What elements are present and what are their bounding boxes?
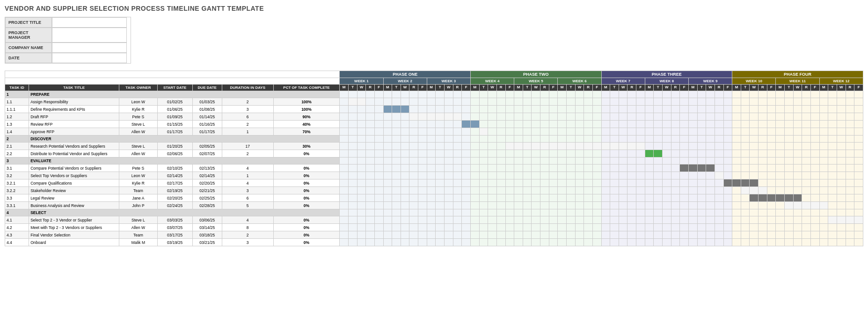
gantt-bar-cell [584, 106, 593, 113]
gantt-bar-cell [663, 179, 671, 187]
gantt-bar-cell [436, 98, 445, 106]
gantt-bar-cell [837, 194, 846, 202]
gantt-bar-cell [802, 194, 811, 202]
gantt-section-cell [654, 209, 663, 216]
gantt-bar-cell [418, 216, 427, 224]
day-w-w7: W [619, 85, 627, 91]
gantt-bar-cell [627, 179, 636, 187]
gantt-bar-cell [340, 231, 349, 239]
gantt-bar-cell [654, 194, 663, 202]
gantt-bar-cell [514, 98, 523, 106]
gantt-section-cell [715, 136, 723, 143]
gantt-bar-cell [854, 143, 863, 150]
gantt-bar-cell [645, 165, 654, 172]
gantt-bar-cell [610, 224, 619, 231]
gantt-bar-cell [645, 202, 654, 209]
gantt-bar-cell [767, 224, 776, 231]
project-title-label: PROJECT TITLE [5, 17, 52, 28]
gantt-bar-cell [436, 128, 445, 136]
gantt-bar-cell [567, 165, 576, 172]
gantt-bar-cell [854, 121, 863, 128]
task-info-cell: 03/07/25 [157, 224, 192, 231]
gantt-bar-cell [392, 113, 401, 121]
gantt-bar-cell [453, 179, 462, 187]
gantt-section-cell [846, 209, 854, 216]
gantt-section-cell [759, 157, 767, 165]
gantt-section-cell [592, 157, 601, 165]
gantt-bar-cell [697, 187, 706, 194]
gantt-bar-cell [837, 231, 846, 239]
gantt-bar-cell [654, 216, 663, 224]
gantt-bar-cell [680, 216, 689, 224]
gantt-bar-cell [479, 113, 488, 121]
gantt-bar-cell [366, 150, 375, 157]
gantt-bar-cell [785, 179, 794, 187]
gantt-bar-cell [828, 224, 837, 231]
project-manager-value[interactable] [52, 28, 127, 43]
section-id: 2 [5, 136, 29, 143]
gantt-bar-cell [427, 172, 436, 179]
gantt-bar-cell [697, 202, 706, 209]
gantt-bar-cell [802, 106, 811, 113]
gantt-bar-cell [505, 113, 514, 121]
day-m-w6: M [558, 85, 567, 91]
gantt-bar-cell [505, 150, 514, 157]
gantt-section-cell [427, 91, 436, 98]
gantt-section-cell [532, 157, 540, 165]
gantt-bar-cell [453, 239, 462, 246]
gantt-section-cell [514, 209, 523, 216]
gantt-bar-cell [470, 239, 479, 246]
gantt-bar-cell [715, 224, 723, 231]
gantt-bar-cell [549, 150, 558, 157]
gantt-bar-cell [759, 98, 767, 106]
gantt-bar-cell [819, 128, 828, 136]
gantt-bar-cell [732, 231, 741, 239]
gantt-bar-cell [680, 202, 689, 209]
task-id-cell: 1.3 [5, 121, 29, 128]
gantt-bar-cell [663, 150, 671, 157]
task-info-cell: John P [119, 202, 157, 209]
gantt-section-cell [383, 136, 392, 143]
gantt-bar-cell [418, 179, 427, 187]
gantt-section-cell [636, 136, 645, 143]
gantt-bar-cell [470, 150, 479, 157]
gantt-bar-cell [785, 165, 794, 172]
gantt-bar-cell [663, 165, 671, 172]
day-t-w5: T [523, 85, 532, 91]
week-12-header: WEEK 12 [819, 78, 863, 85]
gantt-bar-cell [793, 224, 802, 231]
gantt-bar-cell [697, 172, 706, 179]
gantt-bar-cell [610, 165, 619, 172]
gantt-section-cell [366, 209, 375, 216]
company-name-value[interactable] [52, 43, 127, 53]
gantt-bar-cell [680, 106, 689, 113]
gantt-bar-cell [819, 165, 828, 172]
gantt-bar-cell [462, 216, 471, 224]
date-value[interactable] [52, 53, 127, 63]
week-1-header: WEEK 1 [340, 78, 383, 85]
gantt-section-cell [549, 209, 558, 216]
gantt-bar-cell [549, 231, 558, 239]
gantt-bar-cell [750, 187, 759, 194]
gantt-bar-cell [427, 231, 436, 239]
gantt-bar-cell [392, 216, 401, 224]
gantt-bar-cell [575, 113, 584, 121]
gantt-bar-cell [558, 98, 567, 106]
gantt-bar-cell [759, 143, 767, 150]
gantt-bar-cell [793, 128, 802, 136]
gantt-section-cell [732, 91, 741, 98]
gantt-bar-cell [654, 121, 663, 128]
gantt-bar-cell [654, 179, 663, 187]
gantt-bar-cell [436, 239, 445, 246]
project-title-value[interactable] [52, 17, 127, 28]
day-t-w1: T [348, 85, 357, 91]
gantt-bar-cell [750, 202, 759, 209]
gantt-bar-cell [436, 202, 445, 209]
gantt-bar-cell [549, 143, 558, 150]
gantt-bar-cell [645, 143, 654, 150]
gantt-section-cell [776, 157, 785, 165]
gantt-bar-cell [470, 98, 479, 106]
gantt-section-cell [671, 91, 680, 98]
gantt-bar-cell [488, 172, 497, 179]
task-row: 4.3Final Vendor SelectionTeam03/17/2503/… [5, 231, 863, 239]
